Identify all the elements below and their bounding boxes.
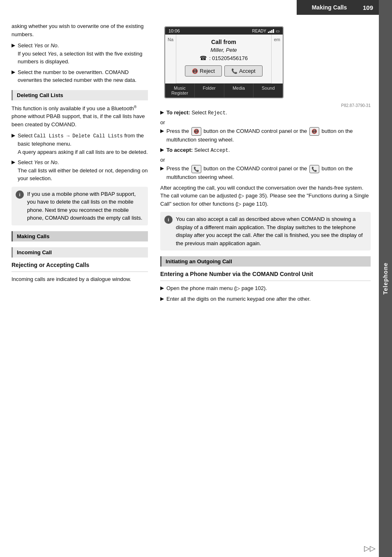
bullet-arrow-press-accept: ▶ (160, 165, 164, 171)
bullet-arrow-2: ▶ (12, 69, 15, 75)
bullet-text-e2: Enter all the digits on the numeric keyp… (166, 295, 311, 303)
bullet-to-reject: ▶ To reject: Select Reject. (160, 109, 371, 117)
bullet-text-d1: Select Call Lists → Delete Call Lists fr… (18, 132, 148, 156)
bullet-text-1: Select Yes or No. If you select Yes, a s… (18, 42, 148, 66)
phone-nav-bar: Music Register Folder Media Sound (165, 84, 283, 97)
phone-accept-button[interactable]: 📞 Accept (224, 65, 263, 77)
accept-label: Accept (239, 68, 256, 74)
bullet-enter-digits: ▶ Enter all the digits on the numeric ke… (160, 295, 371, 303)
reject-button-icon-2: 📵 (309, 127, 319, 136)
phone-nav-sound[interactable]: Sound (254, 84, 283, 97)
phone-call-from: Call from (182, 39, 265, 45)
info-icon-1: i (16, 190, 24, 199)
bullet-press-reject: ▶ Press the 📵 button on the COMAND contr… (160, 127, 371, 144)
signal-bar-2 (270, 31, 271, 33)
bullet-call-lists-1: ▶ Select Call Lists → Delete Call Lists … (12, 132, 148, 156)
bullet-select-number: ▶ Select the number to be overwritten. C… (12, 68, 148, 84)
info-box-accept: i You can also accept a call as describe… (160, 212, 371, 251)
section-header-making-calls: Making Calls (12, 231, 148, 241)
reject-icon: 📵 (192, 68, 198, 74)
phone-number-row: ☎ : 015205456176 (182, 55, 265, 61)
subsection-entering: Entering a Phone Number via the COMAND C… (160, 271, 371, 277)
left-column: asking whether you wish to overwrite one… (0, 15, 156, 557)
divider-rejecting (12, 272, 148, 272)
phone-caller-name: Miller, Pete (182, 47, 265, 53)
phone-screen-mockup: 10:06 READY ▭ Na (164, 26, 284, 98)
section-title-incoming: Incoming Call (17, 249, 52, 255)
bullet-text-accept: To accept: Select Accept. (166, 146, 230, 154)
phone-number: : 015205456176 (209, 55, 248, 61)
section-title-making-calls: Making Calls (17, 233, 49, 239)
after-accepting-text: After accepting the call, you will condu… (160, 184, 371, 208)
bullet-text-d2: Select Yes or No. The call lists will ei… (18, 158, 148, 183)
divider-entering (160, 281, 371, 281)
intro-text: asking whether you wish to overwrite one… (12, 22, 148, 38)
bullet-to-accept: ▶ To accept: Select Accept. (160, 146, 371, 154)
phone-nav-music[interactable]: Music Register (165, 84, 195, 97)
phone-nav-media[interactable]: Media (224, 84, 254, 97)
phone-body: Call from Miller, Pete ☎ : 015205456176 … (176, 35, 271, 84)
page-container: Making Calls 109 Telephone asking whethe… (0, 0, 392, 557)
reject-button-icon: 📵 (191, 127, 201, 136)
signal-bar-4 (273, 29, 274, 33)
bullet-arrow-d2: ▶ (12, 159, 15, 165)
phone-nav-left: Na (165, 35, 176, 84)
page-number: 109 (363, 4, 373, 11)
accept-button-icon-2: 📞 (309, 165, 319, 174)
bullet-text-e1: Open the phone main menu (▷ page 102). (166, 284, 267, 292)
accept-button-icon: 📞 (191, 165, 201, 174)
bullet-arrow-accept: ▶ (160, 147, 164, 153)
deleting-intro: This function is only available if you u… (12, 104, 148, 129)
bullet-arrow-e2: ▶ (160, 296, 164, 302)
phone-main-area: Na Call from Miller, Pete ☎ : 0152054561… (165, 35, 283, 84)
info-box-pbap: i If you use a mobile phone with PBAP su… (12, 187, 148, 225)
section-header-incoming: Incoming Call (12, 247, 148, 258)
bullet-text-press-reject: Press the 📵 button on the COMAND control… (166, 127, 371, 144)
bullet-text-press-accept: Press the 📞 button on the COMAND control… (166, 165, 371, 181)
section-header-initiating: Initiating an Outgoing Call (160, 256, 371, 267)
right-column: 10:06 READY ▭ Na (156, 15, 379, 557)
battery-icon: ▭ (276, 29, 279, 33)
bullet-press-accept: ▶ Press the 📞 button on the COMAND contr… (160, 165, 371, 181)
section-title-initiating: Initiating an Outgoing Call (166, 258, 232, 265)
main-content: asking whether you wish to overwrite one… (0, 15, 379, 557)
or-text-1: or (160, 119, 371, 125)
reject-label: Reject (200, 68, 215, 74)
section-header-deleting: Deleting Call Lists (12, 90, 148, 100)
page-header: Making Calls 109 (297, 0, 379, 15)
bullet-call-lists-2: ▶ Select Yes or No. The call lists will … (12, 158, 148, 183)
accept-icon: 📞 (231, 68, 238, 74)
info-text-accept: You can also accept a call as described … (176, 215, 367, 247)
phone-ready: READY (252, 29, 266, 33)
phone-call-symbol: ☎ (200, 55, 207, 61)
page-title: Making Calls (302, 4, 356, 11)
bullet-select-yes-no: ▶ Select Yes or No. If you select Yes, a… (12, 42, 148, 66)
bullet-arrow-reject: ▶ (160, 109, 164, 115)
bullet-text-2: Select the number to be overwritten. COM… (18, 68, 148, 84)
info-icon-2: i (164, 216, 173, 224)
bottom-navigation: ▷▷ (364, 544, 376, 553)
or-text-2: or (160, 157, 371, 163)
bullet-arrow-d1: ▶ (12, 132, 15, 138)
bullet-open-menu: ▶ Open the phone main menu (▷ page 102). (160, 284, 371, 292)
bullet-arrow-press-reject: ▶ (160, 128, 164, 134)
rejecting-intro: Incoming calls are indicated by a dialog… (12, 275, 148, 283)
phone-nav-right: em (271, 35, 283, 84)
phone-caption: P82.87-3790-31 (160, 102, 371, 109)
bullet-arrow-1: ▶ (12, 42, 15, 48)
telephone-sidebar-tab: Telephone (379, 0, 392, 557)
phone-reject-button[interactable]: 📵 Reject (185, 65, 222, 77)
signal-bar-3 (271, 30, 272, 33)
phone-action-buttons: 📵 Reject 📞 Accept (182, 65, 265, 77)
info-text-pbap: If you use a mobile phone with PBAP supp… (27, 190, 144, 222)
bullet-arrow-e1: ▶ (160, 285, 164, 291)
phone-nav-folder[interactable]: Folder (195, 84, 224, 97)
bullet-text-reject: To reject: Select Reject. (166, 109, 227, 117)
phone-time: 10:06 (168, 28, 180, 33)
subsection-rejecting: Rejecting or Accepting Calls (12, 262, 148, 268)
phone-status-right: READY ▭ (252, 29, 279, 33)
section-title-deleting: Deleting Call Lists (17, 92, 63, 98)
signal-bar-1 (268, 32, 269, 33)
phone-status-bar: 10:06 READY ▭ (165, 27, 283, 35)
signal-bars (268, 29, 274, 33)
